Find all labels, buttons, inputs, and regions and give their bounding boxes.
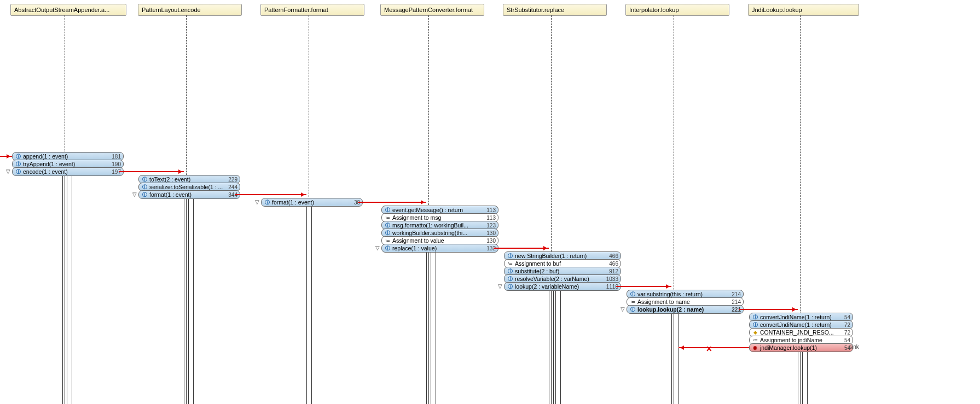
activation-bar (431, 244, 436, 404)
message-row[interactable]: ⓘreplace(1 : value)132 (381, 244, 498, 253)
message-row[interactable]: ⓘformat(1 : event)38 (261, 198, 363, 207)
line-number: 113 (483, 207, 496, 213)
message-row[interactable]: ⓘencode(1 : event)197 (12, 167, 124, 176)
call-arrow (235, 194, 306, 195)
message-label: toText(2 : event) (149, 176, 190, 183)
expand-toggle-icon[interactable]: ▽ (5, 168, 11, 174)
call-arrow (494, 248, 549, 249)
method-call-icon: ⓘ (15, 161, 21, 167)
line-number: 214 (728, 291, 741, 297)
call-arrow (616, 286, 671, 287)
message-label: serializer.toSerializable(1 : ... (149, 184, 223, 190)
message-label: jndiManager.lookup(1) (760, 344, 817, 351)
method-call-icon: ⓘ (752, 314, 758, 320)
line-number: 190 (108, 161, 121, 167)
message-label: lookup.lookup(2 : name) (637, 306, 704, 313)
constant-icon: ◆ (752, 330, 758, 335)
assignment-icon: ≔ (629, 299, 636, 305)
line-number: 466 (606, 261, 618, 267)
method-call-icon: ⓘ (629, 307, 636, 312)
line-number: 130 (483, 238, 496, 244)
method-call-icon: ⓘ (141, 177, 148, 182)
message-row[interactable]: ⓘformat(1 : event)344 (138, 190, 240, 199)
lane-header[interactable]: AbstractOutputStreamAppender.a... (10, 4, 126, 16)
line-number: 130 (483, 230, 496, 236)
line-number: 214 (728, 299, 741, 305)
expand-toggle-icon[interactable]: ▽ (254, 199, 260, 204)
method-call-icon: ⓘ (507, 284, 513, 289)
activation-bar (802, 344, 808, 404)
expand-toggle-icon[interactable]: ▽ (620, 306, 625, 312)
activation-bar (67, 168, 72, 404)
sink-icon: ◉ (752, 345, 758, 350)
activation-bar (674, 306, 679, 404)
assignment-icon: ≔ (384, 238, 391, 243)
lane-header[interactable]: MessagePatternConverter.format (380, 4, 484, 16)
call-arrow (739, 309, 798, 310)
message-row[interactable]: ◉jndiManager.lookup(1)54 (749, 343, 853, 352)
message-label: Assignment to buf (515, 260, 561, 267)
lane-header[interactable]: JndiLookup.lookup (748, 4, 859, 16)
method-call-icon: ⓘ (507, 276, 513, 282)
expand-toggle-icon[interactable]: ▽ (132, 191, 137, 197)
message-label: lookup(2 : variableName) (515, 283, 579, 290)
call-arrow (358, 202, 426, 203)
line-number: 54 (841, 337, 850, 343)
method-call-icon: ⓘ (507, 253, 513, 259)
call-arrow (119, 171, 184, 172)
line-number: 466 (606, 253, 618, 259)
message-label: workingBuilder.substring(thi... (392, 230, 467, 236)
line-number: 72 (841, 330, 850, 336)
method-call-icon: ⓘ (384, 230, 391, 236)
method-call-icon: ⓘ (384, 245, 391, 251)
method-call-icon: ⓘ (264, 200, 270, 205)
message-label: msg.formatto(1: workingBuil... (392, 222, 468, 229)
message-label: convertJndiName(1 : return) (760, 321, 832, 328)
message-label: new StringBuilder(1 : return) (515, 253, 587, 259)
message-label: format(1 : event) (149, 191, 192, 198)
message-label: resolveVariable(2 : varName) (515, 276, 589, 282)
line-number: 912 (606, 268, 618, 274)
assignment-icon: ≔ (507, 261, 513, 266)
method-call-icon: ⓘ (15, 154, 21, 159)
line-number: 229 (225, 177, 237, 183)
line-number: 54 (841, 314, 850, 320)
message-label: Assignment to name (637, 298, 690, 305)
lane-header[interactable]: StrSubstitutor.replace (503, 4, 607, 16)
message-label: substitute(2 : buf) (515, 268, 559, 274)
method-call-icon: ⓘ (752, 322, 758, 327)
message-label: event.getMessage() : return (392, 207, 463, 213)
message-label: Assignment to value (392, 237, 444, 244)
message-label: replace(1 : value) (392, 245, 437, 251)
lane-header[interactable]: PatternLayout.encode (138, 4, 242, 16)
call-arrow (679, 347, 749, 348)
message-label: tryAppend(1 : event) (23, 161, 75, 167)
line-number: 123 (483, 223, 496, 229)
message-row[interactable]: ⓘlookup(2 : variableName)1110 (504, 282, 621, 291)
method-call-icon: ⓘ (507, 268, 513, 274)
message-label: Assignment to jndiName (760, 337, 822, 343)
assignment-icon: ≔ (384, 215, 391, 220)
sink-label: sink (849, 344, 859, 350)
message-row[interactable]: ⓘlookup.lookup(2 : name)221 (627, 305, 744, 314)
line-number: 113 (483, 215, 496, 221)
terminate-icon: ✕ (706, 344, 712, 353)
line-number: 1033 (603, 276, 618, 282)
activation-bar (188, 191, 194, 404)
activation-bar (555, 283, 561, 404)
lane-header[interactable]: Interpolator.lookup (625, 4, 729, 16)
message-label: convertJndiName(1 : return) (760, 314, 832, 320)
line-number: 181 (108, 154, 121, 160)
expand-toggle-icon[interactable]: ▽ (375, 245, 380, 250)
message-label: append(1 : event) (23, 153, 68, 160)
line-number: 72 (841, 322, 850, 328)
assignment-icon: ≔ (752, 337, 758, 343)
method-call-icon: ⓘ (384, 207, 391, 213)
expand-toggle-icon[interactable]: ▽ (497, 283, 503, 289)
lane-header[interactable]: PatternFormatter.format (260, 4, 364, 16)
method-call-icon: ⓘ (141, 192, 148, 197)
message-label: CONTAINER_JNDI_RESO... (760, 329, 834, 336)
message-label: encode(1 : event) (23, 168, 68, 175)
method-call-icon: ⓘ (384, 223, 391, 228)
message-label: Assignment to msg (392, 214, 441, 221)
